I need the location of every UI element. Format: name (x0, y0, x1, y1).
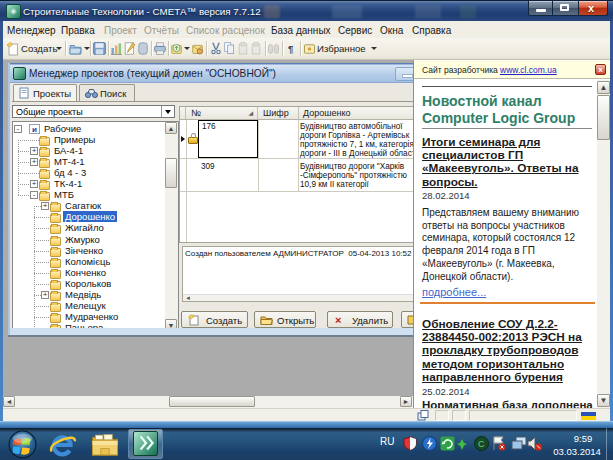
svg-text:C: C (478, 439, 485, 449)
